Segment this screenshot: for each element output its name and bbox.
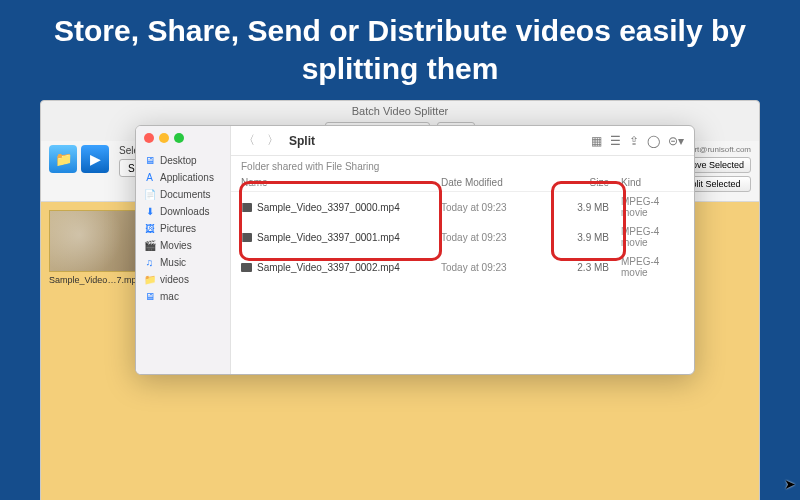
shared-folder-note: Folder shared with File Sharing (231, 156, 694, 174)
folder-icon: 🎬 (144, 240, 155, 251)
nav-forward-icon[interactable]: 〉 (265, 132, 281, 149)
sidebar-item-applications[interactable]: AApplications (136, 169, 230, 186)
video-file-icon (241, 263, 252, 272)
folder-icon: 🖼 (144, 223, 155, 234)
sidebar-item-downloads[interactable]: ⬇︎Downloads (136, 203, 230, 220)
finder-window: 🖥DesktopAApplications📄Documents⬇︎Downloa… (135, 125, 695, 375)
minimize-icon[interactable] (159, 133, 169, 143)
video-file-icon (241, 233, 252, 242)
cursor-icon: ➤ (784, 476, 796, 492)
finder-title: Split (289, 134, 315, 148)
marketing-headline: Store, Share, Send or Distribute videos … (0, 0, 800, 95)
video-thumbnail[interactable] (49, 210, 149, 272)
folder-icon: A (144, 172, 155, 183)
zoom-icon[interactable] (174, 133, 184, 143)
finder-sidebar: 🖥DesktopAApplications📄Documents⬇︎Downloa… (136, 126, 231, 374)
sidebar-item-movies[interactable]: 🎬Movies (136, 237, 230, 254)
sidebar-item-documents[interactable]: 📄Documents (136, 186, 230, 203)
tag-icon[interactable]: ◯ (647, 134, 660, 148)
folder-icon: 🖥 (144, 291, 155, 302)
action-menu-icon[interactable]: ⊝▾ (668, 134, 684, 148)
file-row[interactable]: Sample_Video_3397_0002.mp4Today at 09:23… (231, 252, 694, 282)
nav-back-icon[interactable]: 〈 (241, 132, 257, 149)
col-date[interactable]: Date Modified (441, 177, 551, 188)
file-row[interactable]: Sample_Video_3397_0001.mp4Today at 09:23… (231, 222, 694, 252)
col-size[interactable]: Size (551, 177, 621, 188)
window-title: Batch Video Splitter (41, 101, 759, 119)
list-view-icon[interactable]: ☰ (610, 134, 621, 148)
sidebar-item-videos[interactable]: 📁videos (136, 271, 230, 288)
col-name[interactable]: Name (241, 177, 441, 188)
stage: Batch Video Splitter Batch Video Splitte… (40, 100, 760, 500)
folder-icon: 📁 (144, 274, 155, 285)
add-video-icon[interactable]: ▶ (81, 145, 109, 173)
folder-icon: ⬇︎ (144, 206, 155, 217)
folder-icon: 📄 (144, 189, 155, 200)
sidebar-item-music[interactable]: ♫Music (136, 254, 230, 271)
icon-view-icon[interactable]: ▦ (591, 134, 602, 148)
col-kind[interactable]: Kind (621, 177, 684, 188)
sidebar-item-mac[interactable]: 🖥mac (136, 288, 230, 305)
folder-icon: 🖥 (144, 155, 155, 166)
video-file-icon (241, 203, 252, 212)
share-icon[interactable]: ⇪ (629, 134, 639, 148)
sidebar-item-desktop[interactable]: 🖥Desktop (136, 152, 230, 169)
video-thumbnail-name: Sample_Video…7.mp4 (0:…) (49, 275, 149, 285)
add-folder-icon[interactable]: 📁 (49, 145, 77, 173)
finder-columns: Name Date Modified Size Kind (231, 174, 694, 192)
folder-icon: ♫ (144, 257, 155, 268)
close-icon[interactable] (144, 133, 154, 143)
sidebar-item-pictures[interactable]: 🖼Pictures (136, 220, 230, 237)
file-row[interactable]: Sample_Video_3397_0000.mp4Today at 09:23… (231, 192, 694, 222)
